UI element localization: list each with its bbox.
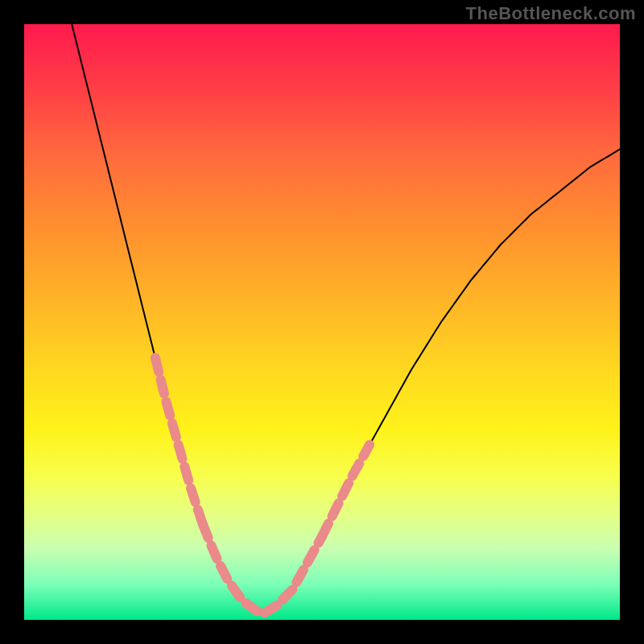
highlight-dash [246, 603, 258, 611]
watermark-text: TheBottleneck.com [466, 3, 636, 24]
highlight-dash [296, 570, 303, 583]
highlight-dash [342, 483, 349, 496]
chart-frame: TheBottleneck.com [0, 0, 644, 644]
highlight-dash [221, 566, 227, 579]
highlight-dash [203, 525, 208, 539]
highlight-dash [172, 423, 176, 437]
highlight-dash [191, 488, 196, 502]
highlight-dash [322, 523, 328, 536]
highlight-dash [332, 503, 339, 516]
highlight-dash [179, 445, 183, 459]
highlight-dash [265, 605, 277, 613]
highlight-dash [283, 589, 293, 600]
chart-overlay [24, 24, 620, 620]
highlight-dash [211, 546, 217, 559]
highlight-dashes [155, 357, 369, 613]
highlight-dash [232, 585, 240, 597]
highlight-dash [308, 550, 315, 563]
highlight-dash [353, 464, 360, 477]
plot-area [24, 24, 620, 620]
bottleneck-curve [72, 24, 620, 614]
highlight-dash [155, 357, 159, 371]
highlight-dash [161, 380, 164, 394]
highlight-dash [184, 467, 188, 481]
highlight-dash [166, 402, 170, 415]
highlight-dash [363, 444, 369, 456]
